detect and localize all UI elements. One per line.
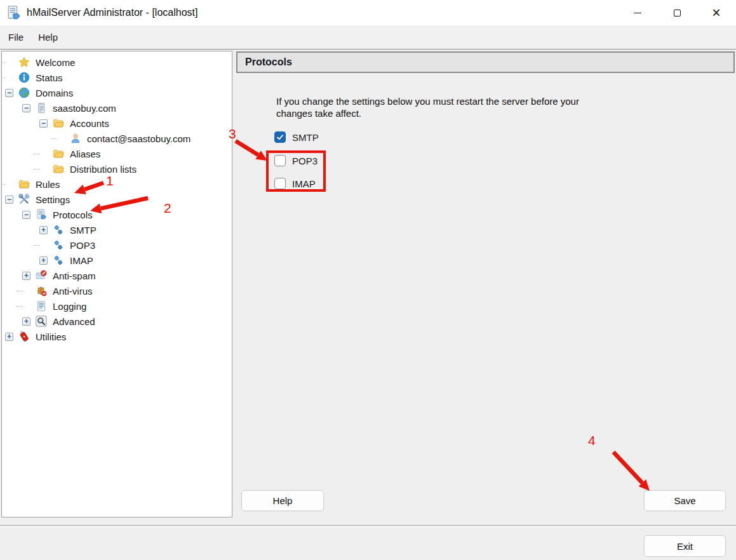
plug-icon	[52, 224, 64, 236]
smtp-checkbox[interactable]	[274, 131, 286, 143]
close-button[interactable]: ×	[697, 0, 736, 25]
tree-item-label: Protocols	[53, 210, 93, 220]
step-number-4: 4	[588, 433, 596, 448]
tree-expander-domains[interactable]: −	[5, 89, 13, 97]
tree-expander-smtp[interactable]: +	[39, 226, 48, 234]
antivirus-icon	[35, 285, 47, 297]
minimize-button[interactable]	[618, 0, 657, 25]
folder-icon	[18, 178, 30, 190]
plug-icon	[52, 239, 64, 251]
tree-expander-utilities[interactable]: +	[5, 333, 13, 341]
close-icon: ×	[712, 6, 720, 20]
user-icon	[69, 133, 81, 145]
tree-item-saastobuy-com[interactable]: −saastobuy.com	[2, 100, 232, 116]
tree-item-anti-virus[interactable]: Anti-virus	[2, 283, 232, 298]
exit-button[interactable]: Exit	[644, 535, 726, 557]
tree-expander-imap[interactable]: +	[39, 257, 48, 265]
tree-item-anti-spam[interactable]: +Anti-spam	[2, 268, 232, 283]
domain-icon	[35, 102, 47, 114]
tree-item-label: Domains	[36, 88, 73, 98]
folder-icon	[52, 148, 64, 160]
tree-item-label: Aliases	[70, 149, 100, 159]
tree-item-rules[interactable]: Rules	[2, 177, 232, 192]
tree-item-pop3[interactable]: POP3	[2, 237, 232, 253]
footer-divider	[0, 525, 736, 526]
protocols-icon	[35, 209, 47, 221]
tree-item-domains[interactable]: −Domains	[2, 85, 232, 100]
tree-expander-advanced[interactable]: +	[22, 317, 30, 326]
menu-file[interactable]: File	[2, 28, 30, 46]
tree-expander-protocols[interactable]: −	[22, 211, 30, 219]
imap-checkbox[interactable]	[274, 178, 286, 189]
tree-item-label: Welcome	[36, 57, 75, 68]
tree-connector	[34, 245, 40, 246]
tree-item-label: saastobuy.com	[53, 103, 116, 114]
tree-item-label: Utilities	[36, 331, 66, 342]
tree-item-advanced[interactable]: +Advanced	[2, 314, 232, 329]
tools-icon	[18, 194, 30, 206]
help-button[interactable]: Help	[241, 490, 324, 511]
maximize-button[interactable]	[657, 0, 697, 25]
antispam-icon	[35, 270, 47, 282]
smtp-label: SMTP	[292, 132, 319, 143]
app-window: hMailServer Administrator - [localhost] …	[0, 0, 736, 560]
globe-icon	[18, 87, 30, 99]
restart-note: If you change the settings below you mus…	[276, 95, 579, 119]
tree-item-aliases[interactable]: Aliases	[2, 146, 232, 161]
title-bar: hMailServer Administrator - [localhost] …	[0, 0, 736, 25]
folder-icon	[52, 163, 64, 175]
tree-connector	[34, 169, 40, 170]
tree-item-smtp[interactable]: +SMTP	[2, 222, 232, 237]
tree-item-label: Accounts	[70, 118, 109, 129]
tree-expander-accounts[interactable]: −	[39, 119, 48, 128]
logging-icon	[35, 300, 47, 312]
tree-connector	[1, 62, 6, 63]
tree-connector	[17, 306, 23, 307]
pop3-row: POP3	[274, 155, 318, 166]
pop3-checkbox[interactable]	[274, 155, 286, 166]
tree-item-distribution-lists[interactable]: Distribution lists	[2, 161, 232, 177]
tree-item-welcome[interactable]: Welcome	[2, 55, 232, 70]
window-title: hMailServer Administrator - [localhost]	[27, 7, 197, 18]
tree-item-label: Rules	[36, 179, 60, 190]
tree-item-status[interactable]: Status	[2, 70, 232, 85]
folder-icon	[52, 117, 64, 130]
tree-item-settings[interactable]: −Settings	[2, 192, 232, 207]
tree-expander-anti-spam[interactable]: +	[22, 272, 30, 280]
tree-item-label: Advanced	[53, 316, 95, 327]
menu-bar: File Help	[0, 25, 736, 50]
tree-connector	[1, 77, 6, 78]
tree-item-label: POP3	[70, 240, 95, 251]
imap-label: IMAP	[292, 178, 316, 189]
tree-item-label: Anti-virus	[53, 286, 93, 297]
tree-item-imap[interactable]: +IMAP	[2, 253, 232, 268]
tree-item-label: Anti-spam	[53, 270, 96, 281]
tree-item-label: Settings	[36, 194, 70, 205]
page-title: Protocols	[245, 57, 292, 68]
hmailserver-app-icon	[6, 4, 21, 22]
tree-expander-settings[interactable]: −	[5, 196, 13, 204]
tree-item-protocols[interactable]: −Protocols	[2, 207, 232, 222]
utilities-icon	[18, 331, 30, 343]
minimize-icon	[634, 13, 641, 13]
tree-item-label: IMAP	[70, 255, 93, 266]
tree-connector	[17, 291, 23, 291]
tree-item-utilities[interactable]: +Utilities	[2, 329, 232, 344]
tree-item-logging[interactable]: Logging	[2, 298, 232, 314]
pop3-label: POP3	[292, 156, 318, 166]
plug-icon	[52, 255, 64, 267]
tree-expander-saastobuy-com[interactable]: −	[22, 104, 30, 112]
tree-item-contact-saastobuy-com[interactable]: contact@saastobuy.com	[2, 131, 232, 146]
maximize-icon	[674, 10, 681, 17]
menu-help[interactable]: Help	[32, 28, 64, 46]
tree-item-label: contact@saastobuy.com	[87, 133, 191, 144]
save-button[interactable]: Save	[644, 490, 726, 511]
tree-connector	[51, 138, 57, 139]
info-icon	[18, 72, 30, 84]
tree-item-accounts[interactable]: −Accounts	[2, 116, 232, 131]
tree-connector	[1, 184, 6, 185]
advanced-icon	[35, 316, 47, 328]
section-header: Protocols	[236, 51, 735, 73]
tree-connector	[34, 154, 40, 154]
tree-item-label: Status	[36, 72, 63, 83]
